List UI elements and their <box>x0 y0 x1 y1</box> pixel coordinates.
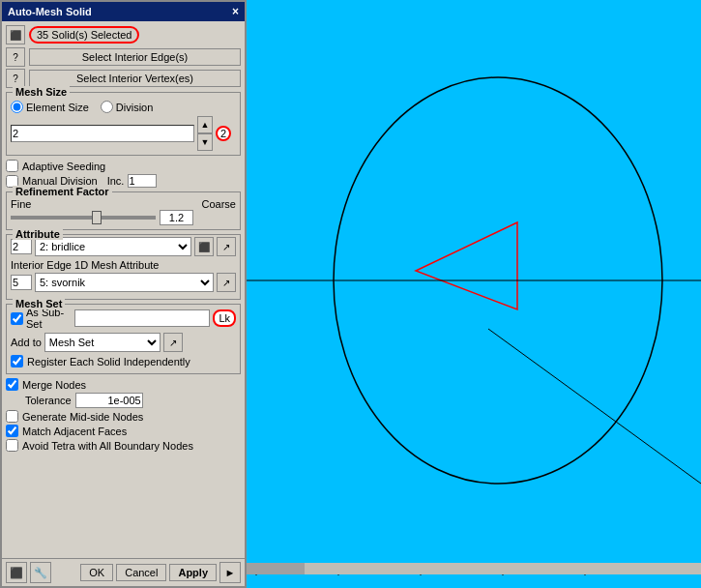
value-badge: 2 <box>216 126 231 141</box>
add-to-label: Add to <box>11 337 42 348</box>
dialog-panel: Auto-Mesh Solid × ⬛ 35 Solid(s) Selected… <box>0 0 247 588</box>
avoid-tetra-checkbox[interactable] <box>6 439 18 452</box>
merge-nodes-checkbox[interactable] <box>6 378 18 391</box>
fine-label: Fine <box>11 198 31 210</box>
merge-nodes-label: Merge Nodes <box>22 379 86 391</box>
division-label: Division <box>116 102 154 113</box>
badge-value: 2 <box>220 128 226 139</box>
arrow-icon: ► <box>225 567 236 578</box>
add-to-link-button[interactable]: ↗ <box>163 333 183 352</box>
canvas-svg: 0 2.939 5.878 8.817 11.756 <box>247 0 701 588</box>
mesh-size-label: Mesh Size <box>13 86 70 98</box>
spin-up-button[interactable]: ▲ <box>197 116 213 133</box>
refinement-value[interactable]: 1.2 <box>160 210 193 225</box>
match-adjacent-row: Match Adjacent Faces <box>6 425 241 437</box>
toolbar-icon2-icon: 🔧 <box>34 567 47 579</box>
lk-badge: Lk <box>213 309 236 327</box>
select-interior-edge-button[interactable]: Select Interior Edge(s) <box>29 48 241 66</box>
as-subset-checkbox[interactable] <box>11 312 23 325</box>
subset-input[interactable] <box>74 309 210 327</box>
slider-row: 1.2 <box>11 210 236 225</box>
attribute-group: Attribute 2 2: bridlice ⬛ ↗ Interior Edg… <box>6 234 241 300</box>
more-button[interactable]: ► <box>219 562 241 583</box>
division-radio-item[interactable]: Division <box>101 101 154 113</box>
mesh-size-input[interactable]: 2 <box>11 125 194 142</box>
apply-button[interactable]: Apply <box>169 564 217 581</box>
element-size-radio[interactable] <box>11 101 23 113</box>
register-row: Register Each Solid Independently <box>11 355 236 368</box>
inc-input[interactable]: 1 <box>128 174 157 188</box>
help-icon1: ? <box>6 47 25 67</box>
refinement-factor-label: Refinement Factor <box>13 186 112 197</box>
title-bar: Auto-Mesh Solid × <box>2 2 245 21</box>
close-button[interactable]: × <box>232 5 239 18</box>
svg-rect-15 <box>247 563 701 574</box>
refinement-factor-group: Refinement Factor Fine Coarse 1.2 <box>6 191 241 230</box>
avoid-tetra-label: Avoid Tetra with All Boundary Nodes <box>22 440 193 452</box>
attribute-num-input[interactable]: 2 <box>11 239 32 254</box>
help-icon2: ? <box>6 69 25 88</box>
interior-edge-row: 5 5: svornik ↗ <box>11 273 236 292</box>
adaptive-seeding-checkbox[interactable] <box>6 160 18 172</box>
avoid-tetra-row: Avoid Tetra with All Boundary Nodes <box>6 439 241 452</box>
interior-edge-num-input[interactable]: 5 <box>11 275 32 290</box>
interior-edge-link-button[interactable]: ↗ <box>217 273 236 292</box>
register-checkbox[interactable] <box>11 355 23 368</box>
slider-labels-row: Fine Coarse <box>11 198 236 210</box>
attribute-color-button[interactable]: ⬛ <box>194 237 214 256</box>
cancel-button[interactable]: Cancel <box>116 564 166 581</box>
match-adjacent-label: Match Adjacent Faces <box>22 426 127 437</box>
selected-badge: 35 Solid(s) Selected <box>29 26 139 44</box>
attribute-label: Attribute <box>13 228 63 240</box>
ok-button[interactable]: OK <box>80 564 113 581</box>
register-label: Register Each Solid Independently <box>27 356 190 368</box>
select-interior-vertex-button[interactable]: Select Interior Vertex(es) <box>29 70 241 87</box>
refinement-slider[interactable] <box>11 216 156 220</box>
element-size-radio-item[interactable]: Element Size <box>11 101 89 113</box>
icon1-icon: ⬛ <box>10 30 21 41</box>
add-to-select[interactable]: Mesh Set <box>44 333 161 352</box>
adaptive-seeding-label: Adaptive Seeding <box>22 161 105 172</box>
mesh-type-radio-row: Element Size Division <box>11 101 236 113</box>
interior-edge-select[interactable]: 5: svornik <box>35 273 214 292</box>
as-subset-label: As Sub-Set <box>26 307 72 330</box>
canvas-area: 0 2.939 5.878 8.817 11.756 <box>247 0 701 588</box>
tolerance-row: Tolerance 1e-005 <box>6 393 241 408</box>
spin-down-button[interactable]: ▼ <box>197 133 213 151</box>
mid-side-checkbox[interactable] <box>6 410 18 423</box>
bottom-toolbar: ⬛ 🔧 OK Cancel Apply ► <box>2 558 245 586</box>
interior-edge-label: Interior Edge 1D Mesh Attribute <box>11 259 236 271</box>
icon1-button[interactable]: ⬛ <box>6 25 25 44</box>
svg-rect-16 <box>247 563 305 574</box>
mesh-size-input-row: 2 ▲ ▼ 2 <box>11 116 236 151</box>
toolbar-icon2-button[interactable]: 🔧 <box>30 562 51 583</box>
dialog-title: Auto-Mesh Solid <box>8 6 92 17</box>
element-size-label: Element Size <box>26 102 89 113</box>
tolerance-label: Tolerance <box>25 395 72 406</box>
mesh-set-label: Mesh Set <box>13 298 65 309</box>
mesh-size-group: Mesh Size Element Size Division 2 ▲ <box>6 92 241 156</box>
coarse-label: Coarse <box>202 198 236 210</box>
division-radio[interactable] <box>101 101 113 113</box>
attribute-row: 2 2: bridlice ⬛ ↗ <box>11 237 236 256</box>
attribute-link-button[interactable]: ↗ <box>217 237 236 256</box>
mid-side-label: Generate Mid-side Nodes <box>22 411 143 423</box>
mesh-set-subset-row: As Sub-Set Lk <box>11 307 236 330</box>
mesh-set-group: Mesh Set As Sub-Set Lk Add to Mesh Set ↗ <box>6 304 241 374</box>
match-adjacent-checkbox[interactable] <box>6 425 18 437</box>
add-to-row: Add to Mesh Set ↗ <box>11 333 236 352</box>
merge-nodes-row: Merge Nodes <box>6 378 241 391</box>
toolbar-icon1-icon: ⬛ <box>10 567 23 579</box>
attribute-select[interactable]: 2: bridlice <box>35 237 191 256</box>
mid-side-row: Generate Mid-side Nodes <box>6 410 241 423</box>
svg-rect-0 <box>247 0 701 588</box>
adaptive-seeding-row: Adaptive Seeding <box>6 160 241 172</box>
tolerance-input[interactable]: 1e-005 <box>75 393 143 408</box>
toolbar-icon1-button[interactable]: ⬛ <box>6 562 27 583</box>
